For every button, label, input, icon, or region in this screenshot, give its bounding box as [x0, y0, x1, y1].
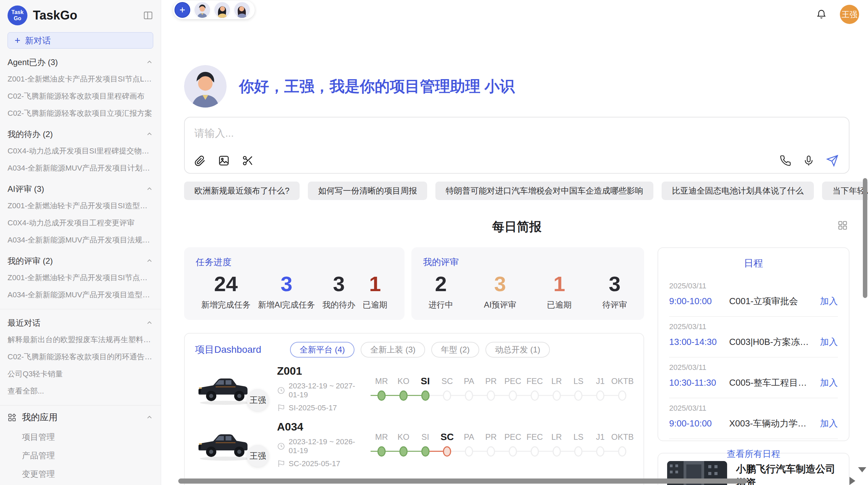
milestone-dot — [487, 390, 495, 401]
assistant-avatar-2[interactable] — [214, 2, 230, 18]
sidebar-task-item[interactable]: Z001-全新燃油轻卡产品开发项目SI造型提交物评审 — [0, 197, 161, 214]
milestone-label: SI — [414, 431, 436, 443]
dashboard-filter-chip[interactable]: 动总开发 (1) — [485, 342, 550, 358]
horizontal-scrollbar[interactable] — [178, 478, 747, 484]
panel-collapse-icon[interactable] — [143, 10, 153, 21]
assistant-avatar-3[interactable] — [234, 2, 250, 18]
milestone-cell: MR — [371, 431, 393, 458]
sidebar-task-item[interactable]: Z001-全新燃油皮卡产品开发项目SI节点Lesson Learn报告 — [0, 71, 161, 88]
section-header-ai-review[interactable]: AI评审 (3) — [0, 177, 161, 197]
suggestion-chip[interactable]: 特朗普可能对进口汽车增税会对中国车企造成哪些影响 — [435, 182, 653, 200]
apps-view-all-link[interactable]: 查看全部... — [0, 483, 161, 485]
sidebar-conversation-item[interactable]: 解释最新出台的欧盟报废车法规再生塑料比例被调到15%... — [0, 331, 161, 348]
paperclip-icon[interactable] — [194, 154, 206, 167]
layout-grid-icon[interactable] — [837, 220, 848, 231]
send-icon[interactable] — [826, 154, 839, 167]
dashboard-filter-chip[interactable]: 全新上装 (3) — [361, 342, 425, 358]
milestone-cell: LS — [567, 431, 589, 458]
sidebar-item-my-apps[interactable]: 我的应用 — [0, 407, 161, 428]
assistant-avatar-1[interactable] — [194, 2, 210, 18]
chat-input-placeholder: 请输入... — [194, 126, 234, 140]
section-header-my-todo[interactable]: 我的待办 (2) — [0, 122, 161, 142]
vertical-scrollbar[interactable] — [863, 178, 867, 298]
recent-view-all-link[interactable]: 查看全部... — [0, 383, 161, 400]
project-dashboard-card: 项目Dashboard 全新平台 (4)全新上装 (3)年型 (2)动总开发 (… — [184, 333, 644, 485]
project-row[interactable]: 王强A0342023-12-19 ~ 2026-01-19SC-2025-05-… — [195, 420, 633, 469]
project-row[interactable]: 王强Z0012023-12-19 ~ 2027-01-19SI-2025-05-… — [195, 364, 633, 413]
assistant-avatar-large — [184, 65, 227, 108]
milestone-cell: LR — [546, 375, 568, 402]
phone-icon[interactable] — [780, 155, 791, 166]
scroll-down-arrow-icon[interactable] — [858, 467, 866, 472]
schedule-time: 9:00-10:00 — [669, 296, 729, 307]
dashboard-title: 项目Dashboard — [195, 343, 261, 356]
chat-input[interactable]: 请输入... — [184, 117, 849, 174]
milestone-label: PA — [458, 431, 480, 443]
sidebar-task-item[interactable]: A034-全新新能源MUV产品开发项目计划变更表编写 — [0, 160, 161, 177]
sidebar-section-my-review: 我的评审 (2) Z001-全新燃油轻卡产品开发项目SI节点属性5D文件评审A0… — [0, 249, 161, 303]
my-review-card: 我的评审 2 进行中 3 AI预评审 — [411, 247, 644, 320]
section-header-recent[interactable]: 最近对话 — [0, 311, 161, 331]
task-progress-card: 任务进度 24 新增完成任务 3 新增AI完成任务 — [184, 247, 405, 320]
milestone-dot — [618, 446, 626, 457]
sidebar-task-item[interactable]: C02-飞腾新能源轻客改款项目里程碑画布 — [0, 88, 161, 105]
schedule-date: 2025/03/11 — [669, 322, 838, 331]
user-avatar[interactable]: 王强 — [840, 5, 859, 24]
suggestion-chip[interactable]: 如何写一份清晰的项目周报 — [308, 182, 427, 200]
stat-item: 24 新增完成任务 — [201, 272, 251, 310]
milestone-dot — [443, 446, 451, 457]
pickup-truck-image — [195, 484, 255, 485]
join-link[interactable]: 加入 — [820, 377, 838, 389]
stat-item: 3 待评审 — [602, 272, 627, 310]
sidebar-conversation-item[interactable]: 公司Q3轻卡销量 — [0, 365, 161, 383]
project-owner-badge: 王强 — [247, 445, 269, 467]
bell-icon[interactable] — [816, 9, 827, 20]
app-logo: Task Go — [8, 5, 27, 25]
section-title: Agent已办 (3) — [8, 57, 58, 68]
milestone-cell: PA — [458, 431, 480, 458]
dashboard-filter-chip[interactable]: 全新平台 (4) — [290, 342, 354, 358]
task-progress-title: 任务进度 — [196, 256, 393, 268]
scissors-icon[interactable] — [242, 154, 254, 167]
content-columns: 任务进度 24 新增完成任务 3 新增AI完成任务 — [184, 247, 849, 485]
milestone-label: LR — [546, 375, 568, 387]
add-assistant-button[interactable] — [174, 2, 190, 18]
sidebar-app-item[interactable]: 产品管理 — [0, 446, 161, 465]
greeting-text: 你好，王强，我是你的项目管理助理 小识 — [239, 76, 515, 97]
join-link[interactable]: 加入 — [820, 336, 838, 348]
mic-icon[interactable] — [803, 155, 815, 166]
suggestion-chip[interactable]: 比亚迪全固态电池计划具体说了什么 — [662, 182, 814, 200]
milestone-dot — [377, 446, 386, 457]
sidebar-task-item[interactable]: C0X4-动力总成开发项目工程变更评审 — [0, 214, 161, 232]
logo-text-top: Task — [11, 9, 23, 15]
sidebar-task-item[interactable]: A034-全新新能源MUV产品开发项目法规符合性评审 — [0, 232, 161, 249]
schedule-time: 10:30-11:30 — [669, 377, 729, 388]
suggestion-chip[interactable]: 欧洲新规最近颁布了什么? — [184, 182, 300, 200]
join-link[interactable]: 加入 — [820, 418, 838, 430]
stat-value: 2 — [429, 272, 453, 296]
join-link[interactable]: 加入 — [820, 295, 838, 307]
dashboard-filter-chip[interactable]: 年型 (2) — [431, 342, 479, 358]
dashboard-header: 项目Dashboard 全新平台 (4)全新上装 (3)年型 (2)动总开发 (… — [195, 342, 633, 358]
stat-label: 待评审 — [602, 299, 627, 310]
stat-value: 3 — [258, 272, 315, 296]
milestone-label: LS — [567, 375, 589, 387]
sidebar-conversation-item[interactable]: C02-飞腾新能源轻客改款项目的闭环通告反馈情况 — [0, 348, 161, 365]
section-header-agent-done[interactable]: Agent已办 (3) — [0, 50, 161, 71]
image-icon[interactable] — [218, 154, 230, 167]
milestone-dot — [574, 390, 582, 401]
scroll-right-arrow-icon[interactable] — [849, 477, 855, 485]
sidebar-app-item[interactable]: 项目管理 — [0, 428, 161, 446]
milestone-cell: LS — [567, 375, 589, 402]
section-header-my-review[interactable]: 我的评审 (2) — [0, 249, 161, 269]
sidebar-app-item[interactable]: 变更管理 — [0, 465, 161, 483]
sidebar-task-item[interactable]: A034-全新新能源MUV产品开发项目造型可行性评审 — [0, 286, 161, 303]
sidebar-task-item[interactable]: C02-飞腾新能源轻客改款项目立项汇报方案 — [0, 105, 161, 122]
sidebar-task-item[interactable]: Z001-全新燃油轻卡产品开发项目SI节点属性5D文件评审 — [0, 269, 161, 286]
milestone-cell: LR — [546, 431, 568, 458]
milestone-cell: MR — [371, 375, 393, 402]
suggestion-chip[interactable]: 当下年轻人对汽车外观有怎样的喜好趋势 — [822, 182, 868, 200]
new-chat-button[interactable]: 新对话 — [8, 32, 153, 49]
sidebar-task-item[interactable]: C0X4-动力总成开发项目SI里程碑提交物检查 — [0, 142, 161, 160]
stat-label: 已逾期 — [363, 299, 387, 310]
